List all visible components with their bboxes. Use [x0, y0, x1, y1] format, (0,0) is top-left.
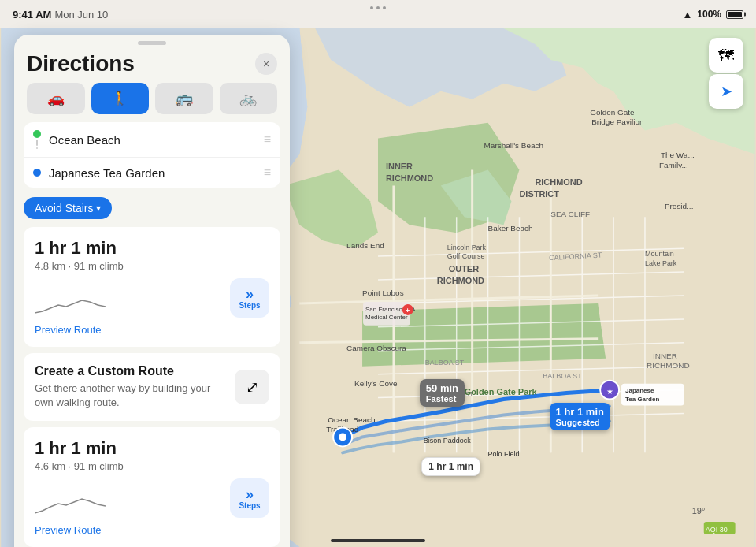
- top-dot-3: [383, 6, 386, 9]
- svg-text:Tea Garden: Tea Garden: [625, 396, 659, 403]
- walk-mode-button[interactable]: 🚶: [91, 83, 150, 114]
- svg-text:Lincoln Park: Lincoln Park: [447, 244, 487, 251]
- alt-callout[interactable]: 1 hr 1 min: [421, 457, 480, 476]
- svg-text:Lake Park: Lake Park: [645, 259, 677, 267]
- svg-text:Golden Gate Park: Golden Gate Park: [465, 387, 538, 396]
- route-2-steps-label: Steps: [239, 501, 260, 510]
- sidebar-title: Directions: [27, 51, 135, 76]
- svg-text:DISTRICT: DISTRICT: [519, 189, 559, 199]
- origin-dot: [33, 130, 41, 138]
- route-1-steps-button[interactable]: » Steps: [230, 278, 269, 318]
- custom-route-title: Create a Custom Route: [35, 364, 225, 378]
- svg-text:Family...: Family...: [659, 161, 688, 169]
- destination-label[interactable]: Japanese Tea Garden: [49, 166, 256, 180]
- custom-route-description: Get there another way by building your o…: [35, 381, 225, 410]
- steps-2-chevron-icon: »: [246, 487, 254, 501]
- status-time: 9:41 AM: [13, 9, 51, 20]
- svg-text:Point Lobos: Point Lobos: [362, 288, 404, 297]
- svg-text:Polo Field: Polo Field: [488, 450, 520, 458]
- route-1-row: » Steps: [35, 278, 269, 318]
- svg-text:Bridge Pavilion: Bridge Pavilion: [591, 117, 643, 126]
- svg-text:Camera Obscura: Camera Obscura: [346, 344, 406, 352]
- map-type-button[interactable]: 🗺: [709, 38, 743, 73]
- map-icon: 🗺: [718, 47, 734, 65]
- svg-text:+: +: [406, 307, 410, 314]
- route-card-2[interactable]: 1 hr 1 min 4.6 km · 91 m climb » Steps P…: [24, 427, 280, 547]
- steps-1-chevron-icon: »: [246, 287, 254, 301]
- battery-icon: [726, 10, 743, 19]
- suggested-label: Suggested: [556, 418, 604, 427]
- route-2-preview-link[interactable]: Preview Route: [35, 524, 269, 536]
- svg-text:OUTER: OUTER: [449, 264, 479, 274]
- fastest-time: 59 min: [426, 382, 458, 394]
- avoid-stairs-chevron: ▾: [96, 203, 101, 214]
- drive-icon: 🚗: [47, 90, 65, 107]
- location-button[interactable]: ➤: [709, 74, 743, 109]
- close-icon: ×: [263, 58, 269, 70]
- avoid-stairs-button[interactable]: Avoid Stairs ▾: [24, 197, 112, 219]
- routes-list: 1 hr 1 min 4.8 km · 91 m climb » Steps P…: [14, 227, 290, 547]
- status-bar: 9:41 AM Mon Jun 10 ▲ 100%: [0, 0, 756, 28]
- route-1-time: 1 hr 1 min: [35, 238, 269, 259]
- elevation-chart-2: [35, 491, 106, 515]
- route-2-time: 1 hr 1 min: [35, 438, 269, 459]
- transit-mode-button[interactable]: 🚌: [155, 83, 213, 114]
- walk-icon: 🚶: [111, 90, 128, 107]
- wifi-icon: ▲: [682, 9, 692, 20]
- svg-text:SEA CLIFF: SEA CLIFF: [550, 210, 590, 218]
- route-1-elevation: [35, 291, 106, 318]
- route-1-steps-label: Steps: [239, 301, 260, 310]
- svg-text:RICHMOND: RICHMOND: [647, 361, 690, 370]
- home-indicator: [331, 539, 425, 542]
- route-card-1[interactable]: 1 hr 1 min 4.8 km · 91 m climb » Steps P…: [24, 227, 280, 347]
- svg-text:RICHMOND: RICHMOND: [437, 276, 484, 285]
- svg-text:BALBOA ST: BALBOA ST: [425, 359, 465, 367]
- origin-label[interactable]: Ocean Beach: [49, 133, 256, 147]
- sidebar-handle: [138, 41, 166, 45]
- origin-row: Ocean Beach ≡: [24, 122, 280, 157]
- custom-route-icon: ⤢: [235, 370, 269, 404]
- svg-text:Golden Gate: Golden Gate: [590, 108, 635, 117]
- svg-text:Marshall's Beach: Marshall's Beach: [484, 141, 543, 150]
- status-date: Mon Jun 10: [54, 9, 108, 20]
- svg-text:INNER: INNER: [386, 162, 413, 171]
- fastest-label: Fastest: [426, 394, 458, 404]
- sidebar-panel: Directions × 🚗 🚶 🚌 🚲 Ocean Beach ≡: [14, 35, 290, 547]
- svg-text:Lands End: Lands End: [346, 241, 384, 250]
- top-dots: [370, 6, 386, 9]
- close-button[interactable]: ×: [255, 53, 277, 75]
- cycle-mode-button[interactable]: 🚲: [220, 83, 278, 114]
- svg-text:BALBOA ST: BALBOA ST: [543, 372, 582, 380]
- svg-text:Baker Beach: Baker Beach: [488, 224, 533, 233]
- svg-text:★: ★: [606, 387, 613, 396]
- location-icon: ➤: [721, 83, 732, 100]
- destination-dot: [33, 169, 41, 177]
- drive-mode-button[interactable]: 🚗: [27, 83, 85, 114]
- svg-text:Ocean Beach: Ocean Beach: [328, 415, 375, 424]
- transit-icon: 🚌: [176, 90, 193, 107]
- destination-reorder-icon[interactable]: ≡: [264, 166, 271, 180]
- svg-text:Kelly's Cove: Kelly's Cove: [354, 379, 398, 388]
- map-btn-group: 🗺 ➤: [709, 38, 743, 109]
- route-2-row: » Steps: [35, 478, 269, 518]
- svg-text:Golf Course: Golf Course: [447, 252, 485, 260]
- suggested-callout[interactable]: 1 hr 1 min Suggested: [550, 403, 610, 430]
- location-inputs: Ocean Beach ≡ Japanese Tea Garden ≡: [24, 122, 280, 188]
- route-2-steps-button[interactable]: » Steps: [230, 478, 269, 518]
- svg-text:The Wa...: The Wa...: [661, 151, 695, 160]
- svg-text:Japanese: Japanese: [625, 387, 654, 394]
- route-1-preview-link[interactable]: Preview Route: [35, 324, 269, 336]
- custom-route-text: Create a Custom Route Get there another …: [35, 364, 225, 410]
- svg-text:AQI 30: AQI 30: [706, 526, 728, 534]
- svg-text:RICHMOND: RICHMOND: [535, 177, 582, 187]
- status-right: ▲ 100%: [682, 9, 743, 20]
- origin-reorder-icon[interactable]: ≡: [264, 132, 271, 147]
- svg-text:19°: 19°: [692, 506, 706, 515]
- sidebar-header: Directions ×: [14, 48, 290, 83]
- fastest-callout[interactable]: 59 min Fastest: [420, 379, 465, 407]
- svg-text:INNER: INNER: [653, 352, 677, 360]
- svg-text:RICHMOND: RICHMOND: [386, 173, 433, 183]
- alt-time: 1 hr 1 min: [428, 461, 473, 472]
- custom-route-card[interactable]: Create a Custom Route Get there another …: [24, 353, 280, 421]
- filter-row: Avoid Stairs ▾: [14, 195, 290, 227]
